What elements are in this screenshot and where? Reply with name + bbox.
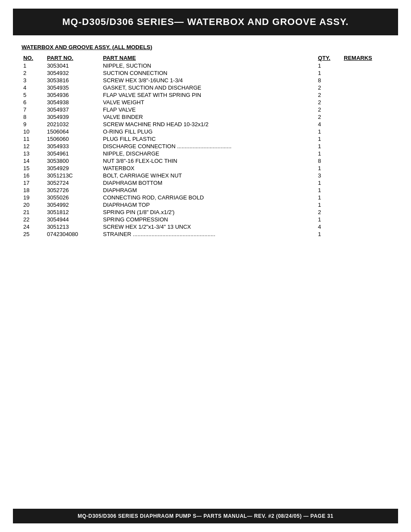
cell-remarks <box>342 121 389 128</box>
cell-part-name: BOLT, CARRIAGE W/HEX NUT <box>101 172 316 179</box>
cell-part-no: 3053816 <box>45 77 101 84</box>
cell-no: 20 <box>22 201 45 208</box>
cell-remarks <box>342 179 389 187</box>
cell-no: 1 <box>22 62 45 69</box>
cell-remarks <box>342 157 389 165</box>
cell-no: 25 <box>22 230 45 238</box>
cell-part-no: 3054961 <box>45 150 101 157</box>
cell-part-no: 2021032 <box>45 121 101 128</box>
cell-no: 6 <box>22 99 45 106</box>
cell-no: 15 <box>22 165 45 172</box>
table-row: 163051213CBOLT, CARRIAGE W/HEX NUT3 <box>22 172 389 179</box>
cell-qty: 1 <box>316 201 342 208</box>
cell-remarks <box>342 230 389 238</box>
cell-qty: 1 <box>316 230 342 238</box>
cell-remarks <box>342 187 389 194</box>
cell-no: 8 <box>22 113 45 121</box>
cell-part-name: DIAPRHAGM TOP <box>101 201 316 208</box>
cell-part-no: 3054938 <box>45 99 101 106</box>
cell-part-no: 0742304080 <box>45 230 101 238</box>
cell-part-no: 3055026 <box>45 194 101 201</box>
cell-part-no: 3053041 <box>45 62 101 69</box>
cell-qty: 1 <box>316 179 342 187</box>
cell-part-no: 3054932 <box>45 69 101 77</box>
cell-qty: 1 <box>316 216 342 223</box>
cell-qty: 2 <box>316 84 342 91</box>
cell-remarks <box>342 216 389 223</box>
cell-part-name: NIPPLE, DISCHARGE <box>101 150 316 157</box>
table-row: 83054939VALVE BINDER2 <box>22 113 389 121</box>
cell-remarks <box>342 113 389 121</box>
cell-part-name: O-RING FILL PLUG <box>101 128 316 135</box>
cell-no: 12 <box>22 143 45 150</box>
cell-part-name: STRAINER ...............................… <box>101 230 316 238</box>
parts-table: NO. PART NO. PART NAME QTY. REMARKS 1305… <box>22 54 389 238</box>
cell-part-no: 3054944 <box>45 216 101 223</box>
footer-text: MQ-D305/D306 SERIES DIAPHRAGM PUMP S— PA… <box>78 513 333 519</box>
cell-no: 21 <box>22 208 45 216</box>
cell-remarks <box>342 194 389 201</box>
col-header-part-no: PART NO. <box>45 54 101 62</box>
table-row: 13053041NIPPLE, SUCTION1 <box>22 62 389 69</box>
cell-part-no: 3051812 <box>45 208 101 216</box>
cell-part-name: SUCTION CONNECTION <box>101 69 316 77</box>
cell-qty: 1 <box>316 150 342 157</box>
cell-no: 13 <box>22 150 45 157</box>
cell-part-name: GASKET, SUCTION AND DISCHARGE <box>101 84 316 91</box>
cell-part-name: VALVE BINDER <box>101 113 316 121</box>
table-row: 223054944SPRING COMPRESSION1 <box>22 216 389 223</box>
cell-part-name: CONNECTING ROD, CARRIAGE BOLD <box>101 194 316 201</box>
table-row: 133054961NIPPLE, DISCHARGE1 <box>22 150 389 157</box>
table-row: 173052724DIAPHRAGM BOTTOM1 <box>22 179 389 187</box>
cell-qty: 2 <box>316 208 342 216</box>
table-row: 143053800NUT 3/8"-16 FLEX-LOC THIN8 <box>22 157 389 165</box>
cell-part-no: 3051213C <box>45 172 101 179</box>
cell-remarks <box>342 62 389 69</box>
cell-part-no: 3054933 <box>45 143 101 150</box>
table-row: 183052726DIAPHRAGM1 <box>22 187 389 194</box>
cell-qty: 1 <box>316 187 342 194</box>
cell-part-name: NIPPLE, SUCTION <box>101 62 316 69</box>
cell-no: 16 <box>22 172 45 179</box>
cell-remarks <box>342 106 389 113</box>
cell-qty: 3 <box>316 172 342 179</box>
cell-no: 11 <box>22 135 45 143</box>
table-header-row: NO. PART NO. PART NAME QTY. REMARKS <box>22 54 389 62</box>
cell-part-name: SPRING COMPRESSION <box>101 216 316 223</box>
cell-no: 9 <box>22 121 45 128</box>
cell-qty: 2 <box>316 113 342 121</box>
cell-qty: 1 <box>316 194 342 201</box>
cell-part-no: 3052724 <box>45 179 101 187</box>
cell-qty: 1 <box>316 165 342 172</box>
table-row: 33053816SCREW HEX 3/8"-16UNC 1-3/48 <box>22 77 389 84</box>
col-header-no: NO. <box>22 54 45 62</box>
cell-no: 2 <box>22 69 45 77</box>
cell-qty: 8 <box>316 77 342 84</box>
cell-part-no: 3054992 <box>45 201 101 208</box>
subtitle-suffix: ) <box>150 44 152 50</box>
cell-remarks <box>342 143 389 150</box>
cell-no: 7 <box>22 106 45 113</box>
cell-part-name: NUT 3/8"-16 FLEX-LOC THIN <box>101 157 316 165</box>
table-row: 53054936FLAP VALVE SEAT WITH SPRING PIN2 <box>22 91 389 99</box>
cell-remarks <box>342 91 389 99</box>
cell-part-no: 3054939 <box>45 113 101 121</box>
cell-remarks <box>342 201 389 208</box>
cell-no: 5 <box>22 91 45 99</box>
cell-remarks <box>342 165 389 172</box>
cell-qty: 1 <box>316 62 342 69</box>
cell-remarks <box>342 150 389 157</box>
cell-part-no: 3051213 <box>45 223 101 230</box>
cell-part-name: PLUG FILL PLASTIC <box>101 135 316 143</box>
cell-part-no: 1506060 <box>45 135 101 143</box>
col-header-part-name: PART NAME <box>101 54 316 62</box>
cell-part-no: 3052726 <box>45 187 101 194</box>
cell-remarks <box>342 77 389 84</box>
cell-part-name: DIAPHRAGM <box>101 187 316 194</box>
cell-no: 17 <box>22 179 45 187</box>
cell-qty: 1 <box>316 69 342 77</box>
cell-qty: 2 <box>316 99 342 106</box>
subtitle-bold: ALL MODELS <box>114 44 150 50</box>
page-footer: MQ-D305/D306 SERIES DIAPHRAGM PUMP S— PA… <box>13 509 398 523</box>
table-row: 23054932SUCTION CONNECTION1 <box>22 69 389 77</box>
